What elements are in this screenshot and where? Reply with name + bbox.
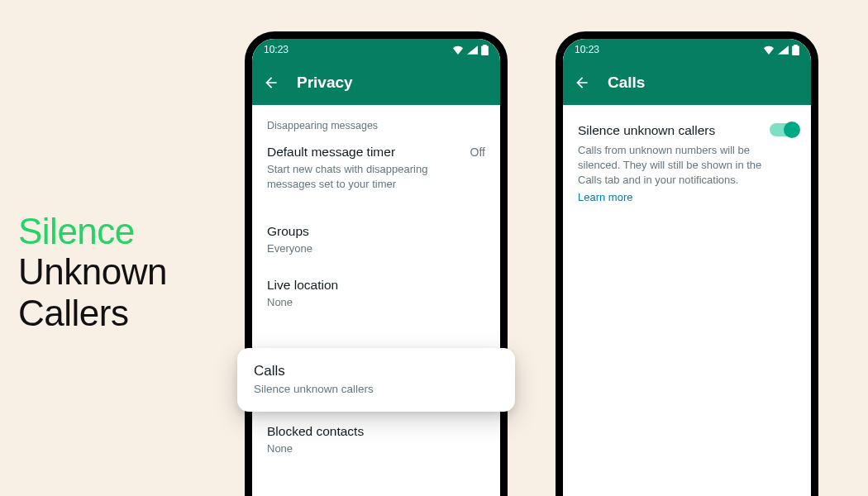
setting-subtitle: None (267, 295, 485, 310)
phone-screen-calls: 10:23 Calls Silence unknown callers Call… (563, 39, 811, 496)
status-icons (452, 45, 489, 55)
phone-frame-privacy: 10:23 Privacy Disappearing messages Defa… (245, 31, 508, 496)
headline-line-1: Silence (18, 211, 167, 251)
setting-description: Calls from unknown numbers will be silen… (578, 143, 796, 205)
section-header-disappearing: Disappearing messages (252, 105, 500, 133)
battery-icon (481, 45, 489, 55)
app-bar-title: Privacy (297, 74, 353, 92)
wifi-icon (763, 45, 775, 55)
setting-subtitle: Start new chats with disappearing messag… (267, 162, 449, 191)
arrow-left-icon (574, 74, 590, 91)
app-bar-calls: Calls (563, 60, 811, 105)
back-button[interactable] (260, 72, 282, 93)
setting-subtitle: Everyone (267, 241, 485, 256)
arrow-left-icon (263, 74, 279, 91)
signal-icon (778, 45, 789, 55)
app-bar-privacy: Privacy (252, 60, 500, 105)
battery-icon (792, 45, 799, 55)
headline-line-3: Callers (18, 293, 167, 333)
setting-title: Silence unknown callers (578, 123, 796, 138)
setting-calls-highlighted[interactable]: Calls Silence unknown callers (237, 348, 515, 412)
phone-screen-privacy: 10:23 Privacy Disappearing messages Defa… (252, 39, 500, 496)
back-button[interactable] (571, 72, 593, 93)
setting-title: Blocked contacts (267, 424, 485, 439)
setting-subtitle: None (267, 441, 485, 456)
status-time: 10:23 (575, 44, 599, 55)
headline: Silence Unknown Callers (18, 211, 167, 333)
signal-icon (467, 45, 478, 55)
setting-live-location[interactable]: Live location None (252, 268, 500, 322)
setting-blocked-contacts[interactable]: Blocked contacts None (252, 413, 500, 470)
status-icons (763, 45, 799, 55)
setting-value: Off (470, 145, 485, 159)
setting-title: Default message timer (267, 145, 485, 160)
status-bar: 10:23 (252, 39, 500, 60)
learn-more-link[interactable]: Learn more (578, 190, 632, 205)
app-bar-title: Calls (608, 74, 645, 92)
setting-subtitle: Silence unknown callers (254, 383, 498, 395)
status-time: 10:23 (264, 44, 289, 55)
phone-frame-calls: 10:23 Calls Silence unknown callers Call… (556, 31, 818, 496)
setting-groups[interactable]: Groups Everyone (252, 204, 500, 268)
setting-title: Calls (254, 363, 498, 379)
wifi-icon (452, 45, 464, 55)
setting-title: Live location (267, 278, 485, 293)
status-bar: 10:23 (563, 39, 811, 60)
privacy-content: Disappearing messages Default message ti… (252, 105, 500, 321)
silence-unknown-callers-toggle[interactable] (770, 123, 798, 136)
setting-title: Groups (267, 224, 485, 239)
setting-silence-unknown-callers: Silence unknown callers Calls from unkno… (563, 105, 811, 205)
headline-line-2: Unknown (18, 251, 167, 292)
setting-description-text: Calls from unknown numbers will be silen… (578, 144, 761, 186)
setting-default-message-timer[interactable]: Default message timer Start new chats wi… (252, 133, 500, 204)
